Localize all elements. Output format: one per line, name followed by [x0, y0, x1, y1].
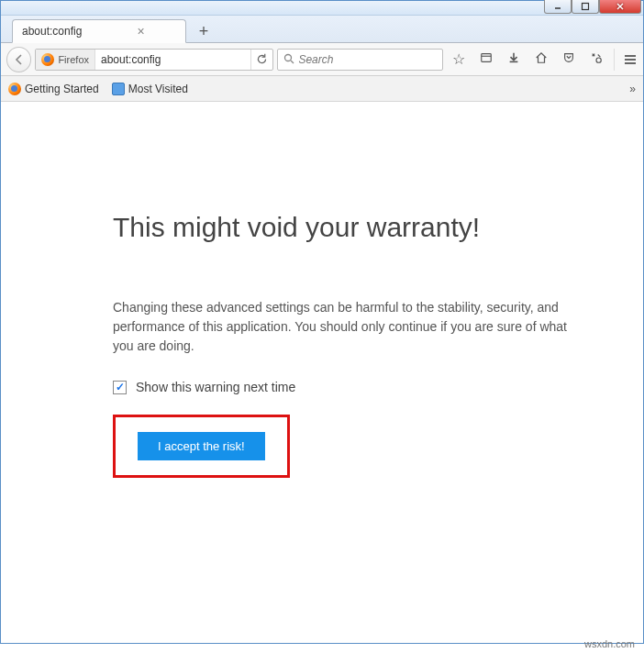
folder-icon: [112, 83, 125, 95]
svg-rect-1: [583, 4, 589, 10]
firefox-icon: [41, 53, 54, 66]
url-text[interactable]: about:config: [95, 53, 250, 66]
bookmark-star-icon[interactable]: ☆: [450, 50, 467, 68]
bookmark-getting-started[interactable]: Getting Started: [8, 83, 99, 95]
navigation-toolbar: Firefox about:config ☆: [1, 43, 643, 76]
menu-button[interactable]: [614, 49, 638, 71]
show-warning-checkbox[interactable]: ✓: [113, 381, 127, 394]
firefox-icon: [8, 83, 21, 95]
tab-strip: about:config × +: [1, 16, 643, 43]
window-close-button[interactable]: [599, 0, 641, 14]
window-maximize-button[interactable]: [572, 0, 599, 14]
window-controls: [544, 0, 641, 14]
pocket-icon[interactable]: [561, 51, 577, 68]
downloads-icon[interactable]: [505, 51, 522, 68]
window-minimize-button[interactable]: [544, 0, 572, 14]
show-warning-row[interactable]: ✓ Show this warning next time: [113, 380, 643, 394]
svg-point-4: [285, 54, 292, 61]
new-tab-button[interactable]: +: [192, 20, 216, 42]
svg-rect-6: [482, 53, 492, 61]
svg-line-5: [291, 61, 294, 63]
window-titlebar: [1, 1, 643, 16]
tab-close-icon[interactable]: ×: [137, 24, 144, 39]
tab-about-config[interactable]: about:config ×: [12, 19, 186, 43]
bookmark-label: Most Visited: [128, 83, 188, 95]
home-icon[interactable]: [533, 51, 550, 68]
developer-icon[interactable]: [588, 51, 605, 68]
warning-heading: This might void your warranty!: [113, 212, 643, 243]
toolbar-icons: ☆: [447, 50, 608, 68]
accept-risk-button[interactable]: I accept the risk!: [138, 432, 265, 460]
browser-window: about:config × + Firefox about:config: [0, 0, 644, 644]
library-icon[interactable]: [478, 51, 494, 68]
show-warning-label: Show this warning next time: [136, 380, 295, 394]
watermark-text: wsxdn.com: [584, 638, 635, 649]
warning-body: Changing these advanced settings can be …: [113, 298, 572, 356]
search-bar[interactable]: [277, 49, 443, 71]
search-icon: [283, 51, 294, 68]
reload-button[interactable]: [250, 50, 272, 70]
search-input[interactable]: [298, 53, 437, 66]
identity-box[interactable]: Firefox: [36, 50, 95, 70]
bookmarks-overflow-button[interactable]: »: [629, 83, 636, 95]
back-button[interactable]: [6, 47, 31, 72]
bookmarks-toolbar: Getting Started Most Visited »: [1, 76, 643, 102]
tab-label: about:config: [22, 25, 82, 38]
bookmark-label: Getting Started: [25, 83, 99, 95]
plus-icon: +: [199, 22, 209, 41]
bookmark-most-visited[interactable]: Most Visited: [112, 83, 188, 95]
annotation-highlight: I accept the risk!: [113, 415, 290, 478]
page-content: This might void your warranty! Changing …: [1, 102, 643, 643]
identity-label: Firefox: [58, 54, 89, 65]
url-bar[interactable]: Firefox about:config: [35, 49, 273, 71]
